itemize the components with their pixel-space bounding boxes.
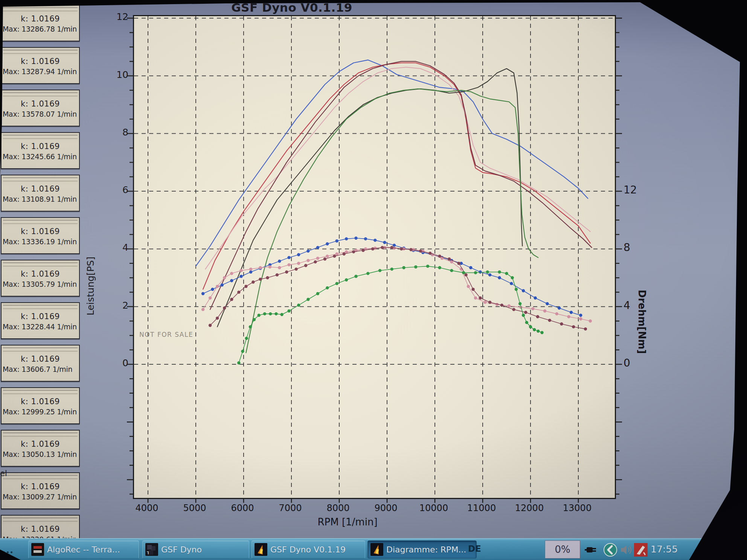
run-k-value: k: 1.0169	[2, 482, 79, 491]
x-tick-label: 6000	[222, 503, 263, 513]
volume-icon[interactable]	[619, 543, 634, 557]
run-box-groove	[3, 432, 78, 437]
gsf-cube-icon	[145, 543, 158, 556]
y-left-tick-label: 12	[106, 11, 128, 22]
x-tick-label: 9000	[365, 503, 407, 513]
run-max-rpm: Max: 13606.7 1/min	[3, 365, 79, 373]
run-k-value: k: 1.0169	[2, 525, 79, 534]
dyno-curves	[134, 16, 615, 498]
run-max-rpm: Max: 13287.94 1/min	[3, 67, 79, 76]
red-tool-icon[interactable]	[634, 543, 648, 557]
x-tick-label: 4000	[126, 503, 168, 513]
taskbar-button-label: GSF Dyno V0.1.19	[270, 545, 346, 554]
run-k-value: k: 1.0169	[2, 227, 79, 236]
run-max-rpm: Max: 13009.27 1/min	[3, 493, 79, 501]
run-box-groove	[3, 50, 78, 54]
run-box-groove	[3, 135, 78, 139]
x-tick-label: 11000	[461, 503, 502, 513]
run-result-box: k: 1.0169 Max: 13108.91 1/min	[1, 175, 80, 212]
run-k-value: k: 1.0169	[2, 312, 79, 321]
taskbar-button[interactable]: GSF Dyno V0.1.19	[252, 540, 365, 558]
run-k-value: k: 1.0169	[2, 57, 79, 66]
run-max-rpm: Max: 13108.91 1/min	[3, 195, 79, 203]
taskbar-button-label: GSF Dyno	[161, 545, 202, 554]
run-result-box: k: 1.0169 Max: 12999.25 1/min	[1, 387, 80, 424]
run-result-box: k: 1.0169 Max: 13245.66 1/min	[1, 132, 80, 169]
taskbar-button[interactable]: AlgoRec -- Terra...	[28, 540, 139, 558]
y-left-tick-label: 6	[106, 184, 128, 195]
y-left-tick-label: 10	[106, 69, 128, 80]
run-result-box: k: 1.0169 Max: 13009.27 1/min	[1, 472, 80, 509]
run-max-rpm: Max: 12999.25 1/min	[3, 408, 79, 416]
power-plug-icon[interactable]	[584, 543, 599, 557]
x-tick-label: 10000	[413, 503, 454, 513]
run-box-groove	[3, 390, 78, 394]
run-max-rpm: Max: 13286.78 1/min	[3, 25, 79, 33]
taskbar: AlgoRec -- Terra... GSF Dyno GSF Dyno V0…	[0, 538, 747, 560]
run-result-box: k: 1.0169 Max: 13287.94 1/min	[1, 47, 80, 84]
y-left-tick-label: 8	[106, 127, 128, 138]
x-tick-label: 7000	[270, 503, 311, 513]
battery-status[interactable]: 0%	[545, 540, 580, 558]
run-box-groove	[3, 220, 78, 224]
taskbar-button-label: Diagramme: RPM...	[386, 545, 466, 554]
taskbar-button[interactable]: GSF Dyno	[142, 540, 249, 558]
taskbar-button[interactable]: Diagramme: RPM...	[367, 540, 477, 558]
x-tick-label: 13000	[556, 503, 598, 513]
x-tick-label: 8000	[317, 503, 359, 513]
run-k-value: k: 1.0169	[2, 355, 79, 364]
language-indicator[interactable]: DE	[468, 544, 481, 554]
run-max-rpm: Max: 13305.79 1/min	[3, 280, 79, 288]
terratec-icon	[31, 543, 44, 556]
run-result-box: k: 1.0169 Max: 13336.19 1/min	[1, 217, 80, 254]
gsf-flame-icon	[255, 543, 267, 556]
run-k-value: k: 1.0169	[2, 99, 79, 108]
run-result-box: k: 1.0169 Max: 13578.07 1/min	[1, 90, 80, 126]
y-left-tick-label: 2	[106, 300, 128, 311]
run-box-groove	[3, 262, 78, 266]
y-right-tick-label: 12	[624, 184, 637, 196]
run-box-groove	[3, 7, 78, 11]
circle-arrow-icon[interactable]	[603, 543, 617, 557]
run-result-box: k: 1.0169 Max: 13305.79 1/min	[1, 260, 80, 297]
y-left-tick-label: 0	[106, 358, 128, 368]
run-box-groove	[3, 305, 78, 309]
run-result-box: k: 1.0169 Max: 13050.13 1/min	[1, 430, 80, 467]
run-result-box: k: 1.0169 Max: 13606.7 1/min	[1, 345, 80, 382]
run-box-groove	[3, 92, 78, 96]
left-axis-title: Leistung[PS]	[85, 257, 96, 316]
run-max-rpm: Max: 13578.07 1/min	[3, 110, 79, 118]
right-axis-title: Drehm[Nm]	[636, 290, 648, 354]
x-tick-label: 5000	[174, 503, 215, 513]
x-axis-title: RPM [1/min]	[317, 516, 377, 528]
window-title: GSF Dyno V0.1.19	[231, 1, 352, 14]
y-right-tick-label: 0	[624, 357, 630, 369]
y-right-tick-label: 8	[624, 241, 630, 254]
taskbar-button-label: AlgoRec -- Terra...	[47, 545, 120, 554]
run-k-value: k: 1.0169	[2, 142, 79, 151]
clock: 17:55	[651, 544, 678, 555]
dyno-plot: NOT FOR SALE	[133, 15, 616, 499]
run-box-groove	[3, 177, 78, 181]
run-k-value: k: 1.0169	[2, 269, 79, 278]
x-tick-label: 12000	[509, 503, 550, 513]
edge-text-fragment: el	[0, 469, 7, 478]
run-max-rpm: Max: 13336.19 1/min	[3, 237, 79, 246]
run-box-groove	[3, 475, 78, 479]
run-k-value: k: 1.0169	[2, 397, 79, 406]
run-box-groove	[3, 347, 78, 352]
y-left-tick-label: 4	[106, 242, 128, 253]
run-result-box: k: 1.0169 Max: 13228.44 1/min	[1, 302, 80, 339]
run-k-value: k: 1.0169	[2, 440, 79, 449]
run-max-rpm: Max: 13050.13 1/min	[3, 450, 79, 458]
watermark: NOT FOR SALE	[139, 331, 193, 338]
run-box-groove	[3, 517, 78, 522]
screen: GSF Dyno V0.1.19 NOT FOR SALE 0246810124…	[0, 0, 747, 560]
y-right-tick-label: 4	[624, 299, 630, 312]
run-k-value: k: 1.0169	[2, 14, 79, 23]
run-max-rpm: Max: 13245.66 1/min	[3, 152, 79, 161]
run-max-rpm: Max: 13228.44 1/min	[3, 323, 79, 331]
run-k-value: k: 1.0169	[2, 184, 79, 193]
taskbar-left-fragment	[3, 551, 18, 554]
run-result-box: k: 1.0169 Max: 13286.78 1/min	[1, 5, 80, 41]
